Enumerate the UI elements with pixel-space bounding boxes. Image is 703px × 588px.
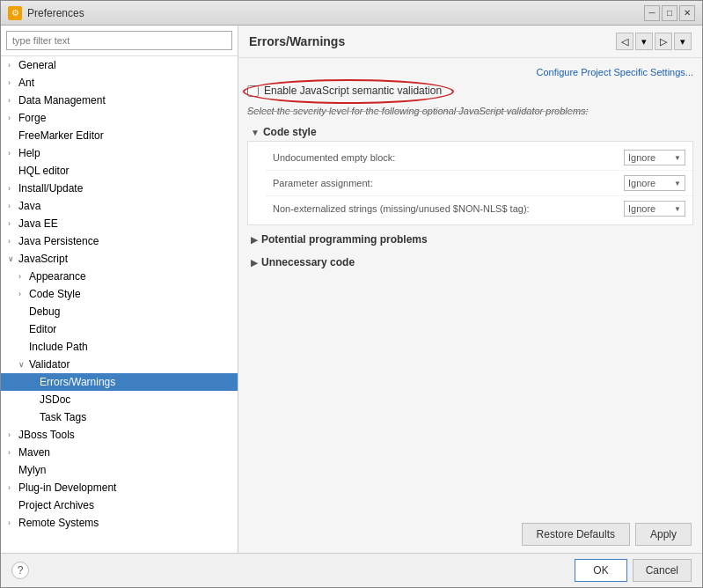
tree-label-maven: Maven xyxy=(18,446,50,459)
main-content: ›General›Ant›Data Management›ForgeFreeMa… xyxy=(1,26,702,553)
tree-item-ant[interactable]: ›Ant xyxy=(1,74,238,92)
right-panel: Errors/Warnings ◁ ▾ ▷ ▾ Configure Projec… xyxy=(238,26,702,553)
tree-item-remote-systems[interactable]: ›Remote Systems xyxy=(1,514,238,532)
dropdown-arrow-0-2: ▼ xyxy=(674,205,681,213)
section-label-potential-problems: Potential programming problems xyxy=(261,233,428,246)
tree-label-javascript: JavaScript xyxy=(18,253,68,265)
maximize-button[interactable]: □ xyxy=(662,5,677,21)
tree-item-mylyn[interactable]: Mylyn xyxy=(1,461,238,479)
setting-dropdown-0-0[interactable]: Ignore▼ xyxy=(624,150,685,165)
dropdown-value-0-1: Ignore xyxy=(628,178,655,188)
tree-arrow-ant: › xyxy=(8,78,18,87)
cancel-button[interactable]: Cancel xyxy=(633,559,692,582)
tree-label-debug: Debug xyxy=(29,305,60,318)
filter-input[interactable] xyxy=(6,31,232,50)
tree-arrow-general: › xyxy=(8,61,18,70)
tree-item-java-persistence[interactable]: ›Java Persistence xyxy=(1,232,238,250)
help-button[interactable]: ? xyxy=(11,562,29,579)
tree-item-code-style[interactable]: ›Code Style xyxy=(1,285,238,303)
tree-label-appearance: Appearance xyxy=(29,270,86,283)
section-arrow-code-style: ▼ xyxy=(251,128,260,137)
tree-item-plugin-dev[interactable]: ›Plug-in Development xyxy=(1,479,238,496)
tree-item-task-tags[interactable]: Task Tags xyxy=(1,408,238,426)
enable-validation-checkbox[interactable] xyxy=(247,85,259,97)
tree-item-forge[interactable]: ›Forge xyxy=(1,109,238,127)
dropdown-button[interactable]: ▾ xyxy=(635,33,653,50)
tree-item-editor[interactable]: Editor xyxy=(1,320,238,338)
tree-item-appearance[interactable]: ›Appearance xyxy=(1,268,238,285)
restore-defaults-button[interactable]: Restore Defaults xyxy=(522,523,630,546)
tree-label-help: Help xyxy=(18,147,40,159)
tree-arrow-help: › xyxy=(8,149,18,158)
setting-dropdown-0-1[interactable]: Ignore▼ xyxy=(624,175,685,191)
tree-item-include-path[interactable]: Include Path xyxy=(1,338,238,356)
tree-label-general: General xyxy=(18,59,56,71)
minimize-button[interactable]: ─ xyxy=(644,5,660,21)
enable-validation-label: Enable JavaScript semantic validation xyxy=(264,85,442,97)
bottom-buttons: Restore Defaults Apply xyxy=(238,516,702,553)
tree-item-freemarker[interactable]: FreeMarker Editor xyxy=(1,127,238,144)
tree-label-forge: Forge xyxy=(18,112,46,124)
tree-item-errors-warnings[interactable]: Errors/Warnings xyxy=(1,373,238,391)
tree-item-data-management[interactable]: ›Data Management xyxy=(1,92,238,109)
panel-header: Errors/Warnings ◁ ▾ ▷ ▾ xyxy=(238,26,702,58)
tree-item-hql[interactable]: HQL editor xyxy=(1,162,238,180)
tree-label-project-archives: Project Archives xyxy=(18,499,94,511)
tree-item-help[interactable]: ›Help xyxy=(1,144,238,162)
tree-arrow-remote-systems: › xyxy=(8,518,18,527)
tree-item-maven[interactable]: ›Maven xyxy=(1,444,238,461)
window-title: Preferences xyxy=(27,7,644,19)
tree-label-remote-systems: Remote Systems xyxy=(18,517,99,529)
tree-label-plugin-dev: Plug-in Development xyxy=(18,481,116,494)
tree-arrow-appearance: › xyxy=(18,272,29,281)
tree-item-jboss-tools[interactable]: ›JBoss Tools xyxy=(1,426,238,444)
setting-label-0-2: Non-externalized strings (missing/unused… xyxy=(273,203,624,214)
tree-item-debug[interactable]: Debug xyxy=(1,303,238,320)
configure-link[interactable]: Configure Project Specific Settings... xyxy=(247,67,693,77)
tree-label-hql: HQL editor xyxy=(18,165,70,177)
tree-arrow-install-update: › xyxy=(8,184,18,193)
tree-label-code-style: Code Style xyxy=(29,288,81,300)
ok-button[interactable]: OK xyxy=(575,559,626,582)
panel-body: Configure Project Specific Settings... E… xyxy=(238,58,702,516)
apply-button[interactable]: Apply xyxy=(635,523,692,546)
tree-label-java-persistence: Java Persistence xyxy=(18,235,99,247)
tree-item-java[interactable]: ›Java xyxy=(1,197,238,215)
tree-item-jsdoc[interactable]: JSDoc xyxy=(1,391,238,408)
section-label-code-style: Code style xyxy=(263,126,317,138)
tree-label-java-ee: Java EE xyxy=(18,217,58,230)
tree-item-general[interactable]: ›General xyxy=(1,56,238,74)
tree-label-java: Java xyxy=(18,200,40,212)
window-icon: ⚙ xyxy=(8,6,22,20)
section-header-potential-problems[interactable]: ▶Potential programming problems xyxy=(247,231,693,248)
tree-label-mylyn: Mylyn xyxy=(18,464,46,476)
tree-arrow-java-persistence: › xyxy=(8,237,18,246)
toolbar-icons: ◁ ▾ ▷ ▾ xyxy=(616,33,692,50)
footer-actions: OK Cancel xyxy=(575,559,692,582)
setting-row-0-0: Undocumented empty block:Ignore▼ xyxy=(266,145,692,171)
tree-item-java-ee[interactable]: ›Java EE xyxy=(1,215,238,232)
close-button[interactable]: ✕ xyxy=(679,5,695,21)
setting-row-0-1: Parameter assignment:Ignore▼ xyxy=(266,171,692,196)
section-header-unnecessary-code[interactable]: ▶Unnecessary code xyxy=(247,254,693,271)
section-arrow-potential-problems: ▶ xyxy=(251,235,258,245)
tree-label-include-path: Include Path xyxy=(29,341,88,353)
back-button[interactable]: ◁ xyxy=(616,33,633,50)
dropdown-value-0-0: Ignore xyxy=(628,152,655,163)
forward-button[interactable]: ▷ xyxy=(655,33,672,50)
dropdown-arrow-0-0: ▼ xyxy=(674,154,681,162)
menu-button[interactable]: ▾ xyxy=(674,33,692,50)
filter-bar xyxy=(1,26,238,56)
tree-item-install-update[interactable]: ›Install/Update xyxy=(1,180,238,197)
tree-item-javascript[interactable]: ∨JavaScript xyxy=(1,250,238,268)
section-label-unnecessary-code: Unnecessary code xyxy=(261,256,355,268)
setting-dropdown-0-2[interactable]: Ignore▼ xyxy=(624,201,685,217)
footer: ? OK Cancel xyxy=(1,553,702,587)
tree-arrow-plugin-dev: › xyxy=(8,483,18,492)
section-header-code-style[interactable]: ▼Code style xyxy=(247,123,693,141)
section-code-style: ▼Code styleUndocumented empty block:Igno… xyxy=(247,123,693,225)
tree-item-validator[interactable]: ∨Validator xyxy=(1,356,238,373)
setting-label-0-1: Parameter assignment: xyxy=(273,178,624,188)
tree-item-project-archives[interactable]: Project Archives xyxy=(1,496,238,514)
section-arrow-unnecessary-code: ▶ xyxy=(251,258,258,268)
